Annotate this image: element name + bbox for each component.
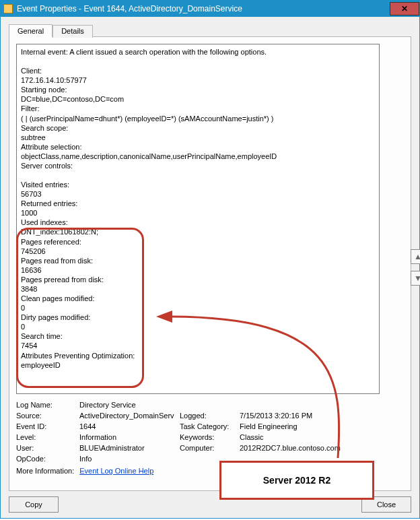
event-log-online-help-link[interactable]: Event Log Online Help [79,467,153,475]
task-category-label: Task Category: [180,422,237,430]
tab-details[interactable]: Details [53,25,93,38]
opcode-value: Info [79,455,404,463]
close-icon: ✕ [401,4,408,13]
window-close-button[interactable]: ✕ [390,2,419,15]
arrow-down-icon: ▼ [414,273,420,283]
task-category-value: Field Engineering [240,422,404,430]
opcode-label: OpCode: [16,455,77,463]
next-event-button[interactable]: ▼ [411,271,420,286]
copy-button[interactable]: Copy [9,496,59,513]
source-label: Source: [16,412,77,420]
tab-panel-general: Internal event: A client issued a search… [9,36,411,491]
more-info-label: More Information: [16,467,74,475]
titlebar: Event Properties - Event 1644, ActiveDir… [1,1,419,17]
user-value: BLUE\Administrator [79,444,177,452]
arrow-up-icon: ▲ [414,252,420,261]
source-value: ActiveDirectory_DomainServ [79,412,177,420]
prev-event-button[interactable]: ▲ [411,249,420,264]
log-name-label: Log Name: [16,401,77,409]
tabstrip: General Details [9,24,411,36]
close-button[interactable]: Close [361,496,411,513]
tab-general[interactable]: General [9,24,53,37]
dialog-button-row: Copy Close [9,491,411,513]
event-fields-grid: Log Name: Directory Service Source: Acti… [16,401,404,475]
user-label: User: [16,444,77,452]
level-value: Information [79,433,177,441]
app-icon [3,4,13,13]
event-id-value: 1644 [79,422,177,430]
level-label: Level: [16,433,77,441]
computer-value: 2012R2DC7.blue.contoso.com [240,444,404,452]
keywords-value: Classic [240,433,404,441]
event-properties-window: Event Properties - Event 1644, ActiveDir… [0,0,420,519]
computer-label: Computer: [180,444,237,452]
keywords-label: Keywords: [180,433,237,441]
logged-value: 7/15/2013 3:20:16 PM [240,412,404,420]
logged-label: Logged: [180,412,237,420]
window-title: Event Properties - Event 1644, ActiveDir… [17,4,242,13]
client-area: General Details Internal event: A client… [1,17,419,518]
event-id-label: Event ID: [16,422,77,430]
event-description-text[interactable]: Internal event: A client issued a search… [16,44,380,394]
log-name-value: Directory Service [79,401,404,409]
